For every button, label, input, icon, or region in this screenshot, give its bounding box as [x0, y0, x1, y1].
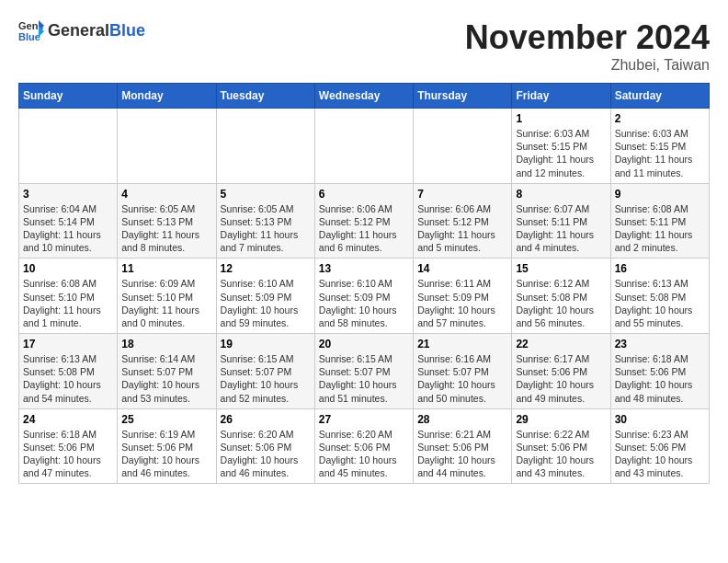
- day-number: 18: [121, 338, 211, 350]
- day-number: 16: [615, 262, 705, 275]
- day-number: 23: [615, 338, 705, 350]
- day-number: 5: [221, 188, 311, 201]
- day-info: Sunrise: 6:23 AMSunset: 5:06 PMDaylight:…: [615, 428, 705, 480]
- day-number: 10: [23, 262, 113, 275]
- calendar-cell: 15Sunrise: 6:12 AMSunset: 5:08 PMDayligh…: [512, 259, 610, 334]
- day-info: Sunrise: 6:13 AMSunset: 5:08 PMDaylight:…: [615, 277, 705, 329]
- calendar-header: SundayMondayTuesdayWednesdayThursdayFrid…: [19, 84, 710, 109]
- calendar-cell: 24Sunrise: 6:18 AMSunset: 5:06 PMDayligh…: [19, 408, 118, 484]
- calendar-week-row: 10Sunrise: 6:08 AMSunset: 5:10 PMDayligh…: [19, 259, 710, 334]
- calendar-cell: 16Sunrise: 6:13 AMSunset: 5:08 PMDayligh…: [610, 259, 709, 334]
- calendar-cell: 29Sunrise: 6:22 AMSunset: 5:06 PMDayligh…: [512, 408, 610, 484]
- calendar-cell: 21Sunrise: 6:16 AMSunset: 5:07 PMDayligh…: [414, 334, 512, 409]
- day-number: 29: [516, 413, 606, 426]
- weekday-header-friday: Friday: [512, 84, 610, 109]
- svg-text:Blue: Blue: [18, 31, 40, 42]
- day-info: Sunrise: 6:05 AMSunset: 5:13 PMDaylight:…: [221, 202, 311, 255]
- calendar-table: SundayMondayTuesdayWednesdayThursdayFrid…: [18, 83, 710, 484]
- calendar-cell: 26Sunrise: 6:20 AMSunset: 5:06 PMDayligh…: [216, 408, 314, 484]
- calendar-cell: 5Sunrise: 6:05 AMSunset: 5:13 PMDaylight…: [216, 183, 314, 259]
- calendar-subtitle: Zhubei, Taiwan: [465, 57, 710, 74]
- calendar-cell: 23Sunrise: 6:18 AMSunset: 5:06 PMDayligh…: [610, 334, 709, 409]
- day-info: Sunrise: 6:10 AMSunset: 5:09 PMDaylight:…: [221, 277, 311, 329]
- day-number: 24: [23, 413, 113, 426]
- weekday-header-sunday: Sunday: [19, 84, 118, 109]
- day-number: 1: [516, 112, 606, 125]
- calendar-cell: 27Sunrise: 6:20 AMSunset: 5:06 PMDayligh…: [314, 408, 413, 484]
- calendar-cell: 25Sunrise: 6:19 AMSunset: 5:06 PMDayligh…: [118, 408, 216, 484]
- calendar-title: November 2024: [465, 18, 710, 57]
- calendar-cell: 28Sunrise: 6:21 AMSunset: 5:06 PMDayligh…: [414, 408, 512, 484]
- day-info: Sunrise: 6:18 AMSunset: 5:06 PMDaylight:…: [615, 352, 705, 405]
- day-info: Sunrise: 6:15 AMSunset: 5:07 PMDaylight:…: [319, 352, 409, 405]
- logo-general-text: General: [48, 21, 109, 40]
- day-number: 2: [615, 112, 705, 125]
- day-info: Sunrise: 6:11 AMSunset: 5:09 PMDaylight:…: [417, 277, 507, 329]
- weekday-header-wednesday: Wednesday: [314, 84, 413, 109]
- day-info: Sunrise: 6:06 AMSunset: 5:12 PMDaylight:…: [417, 202, 507, 255]
- weekday-header-row: SundayMondayTuesdayWednesdayThursdayFrid…: [19, 84, 710, 109]
- day-info: Sunrise: 6:13 AMSunset: 5:08 PMDaylight:…: [23, 352, 113, 405]
- calendar-cell: 9Sunrise: 6:08 AMSunset: 5:11 PMDaylight…: [610, 183, 709, 259]
- day-info: Sunrise: 6:15 AMSunset: 5:07 PMDaylight:…: [221, 352, 311, 405]
- day-info: Sunrise: 6:21 AMSunset: 5:06 PMDaylight:…: [417, 428, 507, 480]
- weekday-header-thursday: Thursday: [414, 84, 512, 109]
- day-number: 13: [319, 262, 409, 275]
- calendar-cell: 8Sunrise: 6:07 AMSunset: 5:11 PMDaylight…: [512, 183, 610, 259]
- calendar-cell: 18Sunrise: 6:14 AMSunset: 5:07 PMDayligh…: [118, 334, 216, 409]
- day-number: 8: [516, 188, 606, 201]
- calendar-cell: 17Sunrise: 6:13 AMSunset: 5:08 PMDayligh…: [19, 334, 118, 409]
- day-info: Sunrise: 6:09 AMSunset: 5:10 PMDaylight:…: [121, 277, 211, 329]
- calendar-cell: 2Sunrise: 6:03 AMSunset: 5:15 PMDaylight…: [610, 109, 709, 184]
- calendar-cell: 22Sunrise: 6:17 AMSunset: 5:06 PMDayligh…: [512, 334, 610, 409]
- day-info: Sunrise: 6:17 AMSunset: 5:06 PMDaylight:…: [516, 352, 606, 405]
- calendar-cell: 3Sunrise: 6:04 AMSunset: 5:14 PMDaylight…: [19, 183, 118, 259]
- calendar-cell: [19, 109, 118, 184]
- day-number: 7: [417, 188, 507, 201]
- day-number: 12: [221, 262, 311, 275]
- calendar-cell: 7Sunrise: 6:06 AMSunset: 5:12 PMDaylight…: [414, 183, 512, 259]
- day-info: Sunrise: 6:10 AMSunset: 5:09 PMDaylight:…: [319, 277, 409, 329]
- day-info: Sunrise: 6:22 AMSunset: 5:06 PMDaylight:…: [516, 428, 606, 480]
- day-info: Sunrise: 6:16 AMSunset: 5:07 PMDaylight:…: [417, 352, 507, 405]
- calendar-cell: 13Sunrise: 6:10 AMSunset: 5:09 PMDayligh…: [314, 259, 413, 334]
- day-number: 11: [121, 262, 211, 275]
- calendar-cell: 30Sunrise: 6:23 AMSunset: 5:06 PMDayligh…: [610, 408, 709, 484]
- day-number: 19: [221, 338, 311, 350]
- calendar-cell: 4Sunrise: 6:05 AMSunset: 5:13 PMDaylight…: [118, 183, 216, 259]
- day-number: 28: [417, 413, 507, 426]
- calendar-cell: 19Sunrise: 6:15 AMSunset: 5:07 PMDayligh…: [216, 334, 314, 409]
- calendar-cell: [414, 109, 512, 184]
- day-info: Sunrise: 6:03 AMSunset: 5:15 PMDaylight:…: [516, 127, 606, 179]
- day-number: 25: [121, 413, 211, 426]
- calendar-cell: 11Sunrise: 6:09 AMSunset: 5:10 PMDayligh…: [118, 259, 216, 334]
- day-info: Sunrise: 6:08 AMSunset: 5:10 PMDaylight:…: [23, 277, 113, 329]
- day-number: 6: [319, 188, 409, 201]
- day-number: 21: [417, 338, 507, 350]
- calendar-cell: 1Sunrise: 6:03 AMSunset: 5:15 PMDaylight…: [512, 109, 610, 184]
- calendar-cell: 12Sunrise: 6:10 AMSunset: 5:09 PMDayligh…: [216, 259, 314, 334]
- day-number: 22: [516, 338, 606, 350]
- day-number: 27: [319, 413, 409, 426]
- day-info: Sunrise: 6:20 AMSunset: 5:06 PMDaylight:…: [319, 428, 409, 480]
- calendar-cell: 10Sunrise: 6:08 AMSunset: 5:10 PMDayligh…: [19, 259, 118, 334]
- calendar-cell: [216, 109, 314, 184]
- calendar-week-row: 17Sunrise: 6:13 AMSunset: 5:08 PMDayligh…: [19, 334, 710, 409]
- day-number: 17: [23, 338, 113, 350]
- calendar-week-row: 24Sunrise: 6:18 AMSunset: 5:06 PMDayligh…: [19, 408, 710, 484]
- weekday-header-monday: Monday: [118, 84, 216, 109]
- calendar-week-row: 3Sunrise: 6:04 AMSunset: 5:14 PMDaylight…: [19, 183, 710, 259]
- day-info: Sunrise: 6:19 AMSunset: 5:06 PMDaylight:…: [121, 428, 211, 480]
- day-info: Sunrise: 6:05 AMSunset: 5:13 PMDaylight:…: [121, 202, 211, 255]
- day-info: Sunrise: 6:04 AMSunset: 5:14 PMDaylight:…: [23, 202, 113, 255]
- logo-blue-text: Blue: [109, 21, 145, 40]
- calendar-week-row: 1Sunrise: 6:03 AMSunset: 5:15 PMDaylight…: [19, 109, 710, 184]
- calendar-cell: [118, 109, 216, 184]
- day-info: Sunrise: 6:20 AMSunset: 5:06 PMDaylight:…: [221, 428, 311, 480]
- day-number: 14: [417, 262, 507, 275]
- day-info: Sunrise: 6:03 AMSunset: 5:15 PMDaylight:…: [615, 127, 705, 179]
- weekday-header-tuesday: Tuesday: [216, 84, 314, 109]
- logo: General Blue GeneralBlue: [18, 18, 145, 44]
- calendar-cell: 6Sunrise: 6:06 AMSunset: 5:12 PMDaylight…: [314, 183, 413, 259]
- day-number: 3: [23, 188, 113, 201]
